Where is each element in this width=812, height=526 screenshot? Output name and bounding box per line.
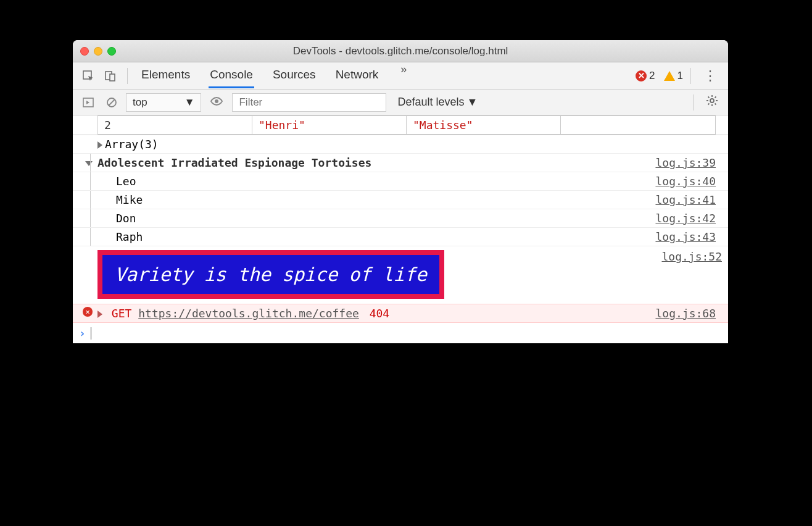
group-item-row: Leo log.js:40 [73,172,728,191]
group-item-row: Mike log.js:41 [73,191,728,209]
chevron-down-icon: ▼ [184,96,195,109]
expand-icon[interactable] [97,141,102,149]
tab-sources[interactable]: Sources [271,63,317,88]
zoom-button[interactable] [107,47,116,56]
clear-console-icon[interactable] [102,93,121,112]
traffic-lights [80,47,116,56]
context-value: top [133,96,147,109]
settings-icon[interactable] [702,94,722,110]
tab-console[interactable]: Console [209,63,254,88]
status-code: 404 [370,307,390,320]
more-options-icon[interactable]: ⋮ [698,68,722,84]
warning-icon [664,71,675,81]
source-link[interactable]: log.js:52 [661,250,728,263]
devtools-window: DevTools - devtools.glitch.me/console/lo… [73,40,728,343]
error-icon: ✕ [636,70,647,81]
group-item-text: Mike [97,193,655,206]
prompt-chevron-icon: › [79,327,86,340]
source-link[interactable]: log.js:68 [655,307,722,320]
source-link[interactable]: log.js:43 [655,230,722,243]
log-levels-select[interactable]: Default levels ▼ [397,96,478,109]
main-tabbar: Elements Console Sources Network » ✕ 2 1… [73,62,728,90]
text-cursor [91,327,91,340]
levels-label: Default levels [397,96,464,109]
filter-input[interactable] [232,93,386,112]
group-item-row: Raph log.js:43 [73,228,728,246]
toggle-sidebar-icon[interactable] [79,93,97,112]
source-link[interactable]: log.js:42 [655,212,722,225]
group-title: Adolescent Irradiated Espionage Tortoise… [97,156,655,169]
http-method: GET [112,307,132,320]
first-name-cell: "Henri" [252,116,407,135]
tab-overflow[interactable]: » [397,63,410,88]
index-cell: 2 [98,116,252,135]
live-expression-icon[interactable] [206,95,227,109]
execution-context-select[interactable]: top ▼ [126,93,201,112]
source-link[interactable]: log.js:40 [655,175,722,188]
styled-message: Variety is the spice of life [97,250,444,299]
error-count-badge[interactable]: ✕ 2 [636,70,655,82]
console-output: 2 "Henri" "Matisse" Array(3) Adolescent … [73,115,728,343]
warning-count-badge[interactable]: 1 [664,70,683,82]
array-label: Array(3) [105,138,159,151]
divider [127,68,128,84]
window-title: DevTools - devtools.glitch.me/console/lo… [73,45,728,57]
expand-icon[interactable] [97,311,102,318]
logged-table: 2 "Henri" "Matisse" [97,115,716,135]
error-log-row[interactable]: ✕ GET https://devtools.glitch.me/coffee … [73,304,728,323]
tab-network[interactable]: Network [334,63,380,88]
svg-rect-2 [110,74,115,81]
inspect-element-icon[interactable] [79,67,97,85]
source-link[interactable]: log.js:41 [655,193,722,206]
titlebar: DevTools - devtools.glitch.me/console/lo… [73,40,728,62]
last-name-cell: "Matisse" [407,116,561,135]
divider [693,94,694,111]
error-icon: ✕ [83,307,93,317]
chevron-down-icon: ▼ [467,96,478,109]
group-item-text: Don [97,212,655,225]
group-header-row[interactable]: Adolescent Irradiated Espionage Tortoise… [73,154,728,172]
group-item-text: Leo [97,175,655,188]
group-item-row: Don log.js:42 [73,209,728,228]
close-button[interactable] [80,47,89,56]
console-toolbar: top ▼ Default levels ▼ [73,90,728,115]
collapse-icon[interactable] [85,161,93,166]
table-row[interactable]: 2 "Henri" "Matisse" [98,116,716,135]
console-table-row: 2 "Henri" "Matisse" [73,115,728,135]
device-toolbar-icon[interactable] [101,67,120,85]
svg-point-6 [215,99,218,103]
group-item-text: Raph [97,230,655,243]
empty-cell [561,116,716,135]
console-prompt[interactable]: › [73,323,728,343]
styled-log-row: Variety is the spice of life log.js:52 [73,246,728,304]
error-url[interactable]: https://devtools.glitch.me/coffee [138,307,359,320]
svg-line-5 [109,99,115,106]
svg-point-7 [710,99,714,102]
divider [690,68,691,84]
array-summary-row[interactable]: Array(3) [73,135,728,154]
source-link[interactable]: log.js:39 [655,156,722,169]
minimize-button[interactable] [94,47,102,56]
warning-count: 1 [677,70,683,82]
error-count: 2 [649,70,655,82]
panel-tabs: Elements Console Sources Network » [140,63,410,88]
tab-elements[interactable]: Elements [140,63,191,88]
